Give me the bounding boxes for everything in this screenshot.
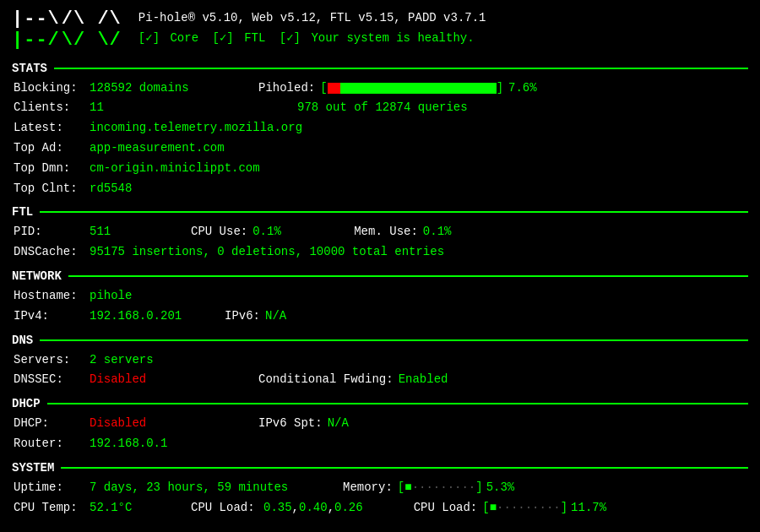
logo-p: |--\ [12, 8, 60, 30]
dns-content: Servers: 2 servers DNSSEC: Disabled Cond… [12, 350, 748, 391]
ftl-section: FTL PID: 511 CPU Use: 0.1% Mem. Use: 0.1… [12, 205, 748, 263]
dnscache-label: DNSCache: [14, 242, 90, 263]
router-row: Router: 192.168.0.1 [14, 434, 748, 454]
hostname-label: Hostname: [14, 286, 90, 307]
logo-d: |--/ [12, 30, 60, 51]
blocking-row: Blocking: 128592 domains Piholed: [ ] 7.… [14, 79, 748, 99]
network-section: NETWORK Hostname: pihole IPv4: 192.168.0… [12, 269, 748, 327]
dns-title: DNS [12, 334, 33, 347]
hostname-row: Hostname: pihole [14, 286, 748, 307]
network-header: NETWORK [12, 269, 748, 283]
stats-header: STATS [12, 62, 748, 75]
dhcp-section: DHCP DHCP: Disabled IPv6 Spt: N/A Router… [12, 397, 748, 454]
blocking-value: 128592 domains [90, 79, 258, 99]
ftl-label: FTL [244, 31, 265, 45]
toad-row: Top Ad: app-measurement.com [14, 138, 748, 159]
cpuload-value-035: 0.35 [263, 498, 292, 518]
hostname-value: pihole [90, 286, 132, 307]
servers-value: 2 servers [90, 350, 154, 371]
blocking-label: Blocking: [14, 79, 90, 99]
check-core: [✓] [138, 31, 160, 45]
dnscache-row: DNSCache: 95175 insertions, 0 deletions,… [14, 242, 748, 263]
condfwd-value: Enabled [399, 370, 448, 390]
topclnt-value: rd5548 [90, 179, 132, 199]
pid-value: 511 [90, 222, 191, 242]
clients-row: Clients: 11 978 out of 12874 queries [14, 98, 748, 118]
cpuload-bar-close: ] [561, 498, 567, 518]
cpuload-label-2: CPU Load: [414, 498, 478, 518]
system-content: Uptime: 7 days, 23 hours, 59 minutes Mem… [12, 478, 748, 518]
router-label: Router: [14, 434, 90, 454]
toad-value: app-measurement.com [90, 138, 225, 159]
version-text: Pi-hole® v5.10, Web v5.12, FTL v5.15, PA… [138, 11, 486, 24]
dnssec-row: DNSSEC: Disabled Conditional Fwding: Ena… [14, 370, 748, 390]
memory-label: Memory: [343, 478, 393, 498]
piholed-label: Piholed: [258, 79, 315, 99]
dhcp-row: DHCP: Disabled IPv6 Spt: N/A [14, 414, 748, 434]
ipv6-label: IPv6: [225, 307, 260, 327]
topclnt-row: Top Clnt: rd5548 [14, 179, 748, 199]
cpuload-label-1: CPU Load: [191, 498, 258, 518]
system-divider [61, 467, 748, 469]
network-title: NETWORK [12, 269, 62, 283]
piholed-bracket-close: ] [497, 79, 503, 99]
cpuuse-value: 0.1% [252, 222, 354, 242]
header-info: Pi-hole® v5.10, Web v5.12, FTL v5.15, PA… [138, 8, 486, 49]
ip-row: IPv4: 192.168.0.201 IPv6: N/A [14, 307, 748, 327]
system-title: SYSTEM [12, 461, 54, 475]
memory-bar-dots: ········· [412, 478, 476, 498]
cputemp-value: 52.1°C [90, 498, 191, 518]
router-value: 192.168.0.1 [90, 434, 167, 454]
network-content: Hostname: pihole IPv4: 192.168.0.201 IPv… [12, 286, 748, 327]
core-label: Core [170, 31, 198, 45]
ipv6spt-value: N/A [328, 414, 349, 434]
dhcp-value: Disabled [90, 414, 258, 434]
ftl-divider [40, 211, 748, 213]
dhcp-header: DHCP [12, 397, 748, 410]
servers-row: Servers: 2 servers [14, 350, 748, 371]
system-section: SYSTEM Uptime: 7 days, 23 hours, 59 minu… [12, 461, 748, 518]
pid-label: PID: [14, 222, 90, 242]
status-line: [✓] Core [✓] FTL [✓] Your system is heal… [138, 29, 486, 49]
piholed-percent: 7.6% [508, 79, 537, 99]
ipv4-label: IPv4: [14, 307, 90, 327]
check-health: [✓] [280, 31, 301, 45]
latest-label: Latest: [14, 118, 90, 138]
clients-value: 11 [90, 98, 258, 118]
dns-divider [40, 339, 748, 341]
cpuload-bar-filled: ■ [490, 498, 497, 518]
cpuuse-label: CPU Use: [191, 222, 247, 242]
health-label: Your system is healthy. [311, 31, 474, 45]
todmn-label: Top Dmn: [14, 159, 90, 179]
uptime-value: 7 days, 23 hours, 59 minutes [90, 478, 343, 498]
header: |--\ /\ /\ |--/ \/ \/ Pi-hole® v5.10, We… [12, 8, 748, 52]
dnscache-value: 95175 insertions, 0 deletions, 10000 tot… [90, 242, 444, 263]
todmn-value: cm-origin.miniclippt.com [90, 159, 260, 179]
uptime-row: Uptime: 7 days, 23 hours, 59 minutes Mem… [14, 478, 748, 498]
dhcp-content: DHCP: Disabled IPv6 Spt: N/A Router: 192… [12, 414, 748, 454]
memory-bar-filled: ■ [404, 478, 411, 498]
ipv6-value: N/A [265, 307, 286, 327]
check-ftl: [✓] [212, 31, 233, 45]
dhcp-title: DHCP [12, 397, 41, 410]
dns-section: DNS Servers: 2 servers DNSSEC: Disabled … [12, 334, 748, 391]
cpuload-sep-1: , [292, 498, 299, 518]
clients-label: Clients: [14, 98, 90, 118]
condfwd-label: Conditional Fwding: [258, 370, 394, 390]
dhcp-divider [47, 403, 748, 404]
todmn-row: Top Dmn: cm-origin.miniclippt.com [14, 159, 748, 179]
network-divider [68, 275, 748, 277]
memory-percent: 5.3% [486, 478, 515, 498]
cpuload-percent: 11.7% [571, 498, 606, 518]
cpuload-bar-dots: ········· [497, 498, 561, 518]
dhcp-label: DHCP: [14, 414, 90, 434]
toad-label: Top Ad: [14, 138, 90, 159]
pid-row: PID: 511 CPU Use: 0.1% Mem. Use: 0.1% [14, 222, 748, 242]
piholed-bracket-open: [ [320, 79, 327, 99]
cputemp-row: CPU Temp: 52.1°C CPU Load: 0.35 , 0.40 ,… [14, 498, 748, 518]
ipv4-value: 192.168.0.201 [90, 307, 225, 327]
uptime-label: Uptime: [14, 478, 90, 498]
memuse-label: Mem. Use: [354, 222, 418, 242]
ipv6spt-label: IPv6 Spt: [258, 414, 323, 434]
servers-label: Servers: [14, 350, 90, 371]
